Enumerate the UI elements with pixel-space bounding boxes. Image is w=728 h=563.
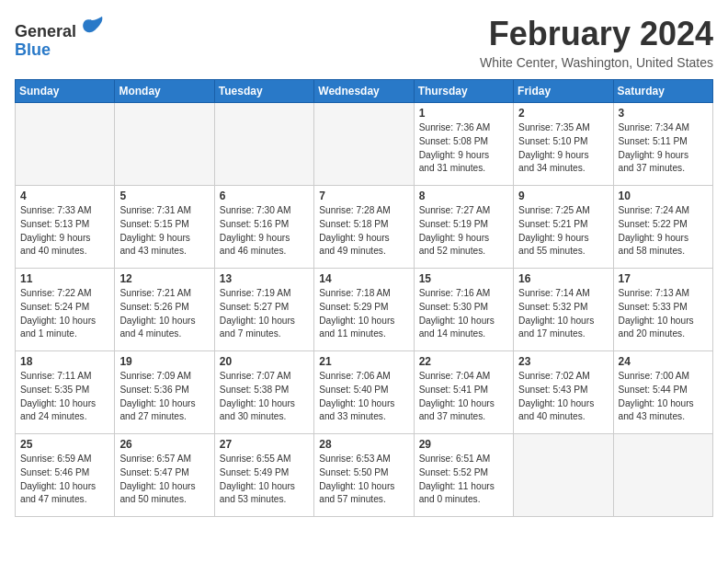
day-info: Sunrise: 7:22 AM Sunset: 5:24 PM Dayligh… bbox=[20, 287, 109, 341]
day-number: 18 bbox=[20, 355, 109, 368]
calendar-day-cell: 18Sunrise: 7:11 AM Sunset: 5:35 PM Dayli… bbox=[16, 351, 115, 434]
day-info: Sunrise: 6:55 AM Sunset: 5:49 PM Dayligh… bbox=[220, 453, 309, 507]
calendar-day-cell: 22Sunrise: 7:04 AM Sunset: 5:41 PM Dayli… bbox=[414, 351, 513, 434]
day-info: Sunrise: 7:13 AM Sunset: 5:33 PM Dayligh… bbox=[619, 287, 708, 341]
calendar-week-row: 25Sunrise: 6:59 AM Sunset: 5:46 PM Dayli… bbox=[16, 434, 713, 517]
calendar-day-cell: 4Sunrise: 7:33 AM Sunset: 5:13 PM Daylig… bbox=[16, 186, 115, 269]
weekday-header: Monday bbox=[115, 80, 214, 103]
day-info: Sunrise: 6:53 AM Sunset: 5:50 PM Dayligh… bbox=[319, 453, 408, 507]
calendar-day-cell: 6Sunrise: 7:30 AM Sunset: 5:16 PM Daylig… bbox=[214, 186, 313, 269]
day-number: 3 bbox=[619, 107, 708, 120]
calendar-day-cell: 14Sunrise: 7:18 AM Sunset: 5:29 PM Dayli… bbox=[314, 269, 414, 351]
day-number: 4 bbox=[20, 190, 109, 202]
day-number: 29 bbox=[419, 438, 508, 451]
title-block: February 2024 White Center, Washington, … bbox=[480, 15, 713, 70]
calendar-day-cell: 21Sunrise: 7:06 AM Sunset: 5:40 PM Dayli… bbox=[314, 351, 414, 434]
day-info: Sunrise: 7:33 AM Sunset: 5:13 PM Dayligh… bbox=[20, 204, 109, 259]
calendar-day-cell: 13Sunrise: 7:19 AM Sunset: 5:27 PM Dayli… bbox=[214, 269, 313, 351]
day-number: 7 bbox=[319, 190, 408, 202]
day-number: 27 bbox=[220, 438, 309, 451]
calendar-day-cell: 27Sunrise: 6:55 AM Sunset: 5:49 PM Dayli… bbox=[214, 434, 313, 517]
calendar-day-cell: 2Sunrise: 7:35 AM Sunset: 5:10 PM Daylig… bbox=[514, 103, 613, 186]
calendar-day-cell: 9Sunrise: 7:25 AM Sunset: 5:21 PM Daylig… bbox=[514, 186, 613, 269]
day-info: Sunrise: 7:16 AM Sunset: 5:30 PM Dayligh… bbox=[419, 287, 508, 341]
calendar-day-cell: 3Sunrise: 7:34 AM Sunset: 5:11 PM Daylig… bbox=[613, 103, 712, 186]
day-number: 14 bbox=[319, 272, 408, 285]
day-number: 26 bbox=[119, 438, 209, 451]
calendar-day-cell: 19Sunrise: 7:09 AM Sunset: 5:36 PM Dayli… bbox=[115, 351, 214, 434]
day-info: Sunrise: 7:31 AM Sunset: 5:15 PM Dayligh… bbox=[119, 204, 209, 259]
day-number: 19 bbox=[119, 355, 209, 368]
calendar-week-row: 18Sunrise: 7:11 AM Sunset: 5:35 PM Dayli… bbox=[16, 351, 713, 434]
day-info: Sunrise: 7:27 AM Sunset: 5:19 PM Dayligh… bbox=[419, 204, 508, 259]
calendar-day-cell: 8Sunrise: 7:27 AM Sunset: 5:19 PM Daylig… bbox=[414, 186, 513, 269]
logo-general: General bbox=[15, 22, 76, 40]
day-info: Sunrise: 7:11 AM Sunset: 5:35 PM Dayligh… bbox=[20, 370, 109, 424]
calendar-day-cell: 28Sunrise: 6:53 AM Sunset: 5:50 PM Dayli… bbox=[314, 434, 414, 517]
weekday-header: Tuesday bbox=[214, 80, 313, 103]
day-info: Sunrise: 6:57 AM Sunset: 5:47 PM Dayligh… bbox=[119, 453, 209, 507]
calendar-day-cell: 1Sunrise: 7:36 AM Sunset: 5:08 PM Daylig… bbox=[414, 103, 513, 186]
calendar-week-row: 4Sunrise: 7:33 AM Sunset: 5:13 PM Daylig… bbox=[16, 186, 713, 269]
calendar-day-cell bbox=[613, 434, 712, 517]
day-info: Sunrise: 7:34 AM Sunset: 5:11 PM Dayligh… bbox=[619, 121, 708, 176]
day-number: 1 bbox=[419, 107, 508, 120]
day-info: Sunrise: 7:19 AM Sunset: 5:27 PM Dayligh… bbox=[220, 287, 309, 341]
weekday-row: SundayMondayTuesdayWednesdayThursdayFrid… bbox=[16, 80, 713, 103]
page-header: General Blue February 2024 White Center,… bbox=[15, 15, 713, 70]
day-number: 16 bbox=[518, 272, 608, 285]
calendar-day-cell bbox=[16, 103, 115, 186]
calendar-day-cell: 20Sunrise: 7:07 AM Sunset: 5:38 PM Dayli… bbox=[214, 351, 313, 434]
day-number: 25 bbox=[20, 438, 109, 451]
day-info: Sunrise: 7:09 AM Sunset: 5:36 PM Dayligh… bbox=[119, 370, 209, 424]
day-info: Sunrise: 7:04 AM Sunset: 5:41 PM Dayligh… bbox=[419, 370, 508, 424]
calendar-day-cell: 23Sunrise: 7:02 AM Sunset: 5:43 PM Dayli… bbox=[514, 351, 613, 434]
calendar-day-cell: 25Sunrise: 6:59 AM Sunset: 5:46 PM Dayli… bbox=[16, 434, 115, 517]
day-number: 23 bbox=[518, 355, 608, 368]
calendar-week-row: 11Sunrise: 7:22 AM Sunset: 5:24 PM Dayli… bbox=[16, 269, 713, 351]
day-number: 12 bbox=[119, 272, 209, 285]
calendar-day-cell: 16Sunrise: 7:14 AM Sunset: 5:32 PM Dayli… bbox=[514, 269, 613, 351]
calendar-header: SundayMondayTuesdayWednesdayThursdayFrid… bbox=[16, 80, 713, 103]
day-number: 28 bbox=[319, 438, 408, 451]
calendar-day-cell bbox=[314, 103, 414, 186]
day-info: Sunrise: 7:30 AM Sunset: 5:16 PM Dayligh… bbox=[220, 204, 309, 259]
day-number: 9 bbox=[518, 190, 608, 202]
day-info: Sunrise: 7:25 AM Sunset: 5:21 PM Dayligh… bbox=[518, 204, 608, 259]
calendar-day-cell: 17Sunrise: 7:13 AM Sunset: 5:33 PM Dayli… bbox=[613, 269, 712, 351]
day-number: 21 bbox=[319, 355, 408, 368]
day-number: 17 bbox=[619, 272, 708, 285]
day-info: Sunrise: 7:28 AM Sunset: 5:18 PM Dayligh… bbox=[319, 204, 408, 259]
day-number: 22 bbox=[419, 355, 508, 368]
weekday-header: Friday bbox=[514, 80, 613, 103]
day-info: Sunrise: 7:06 AM Sunset: 5:40 PM Dayligh… bbox=[319, 370, 408, 424]
logo-bird-icon bbox=[78, 15, 104, 37]
day-number: 20 bbox=[220, 355, 309, 368]
day-info: Sunrise: 7:18 AM Sunset: 5:29 PM Dayligh… bbox=[319, 287, 408, 341]
day-info: Sunrise: 7:14 AM Sunset: 5:32 PM Dayligh… bbox=[518, 287, 608, 341]
day-info: Sunrise: 7:24 AM Sunset: 5:22 PM Dayligh… bbox=[619, 204, 708, 259]
weekday-header: Sunday bbox=[16, 80, 115, 103]
day-number: 11 bbox=[20, 272, 109, 285]
calendar-day-cell: 7Sunrise: 7:28 AM Sunset: 5:18 PM Daylig… bbox=[314, 186, 414, 269]
logo: General Blue bbox=[15, 15, 104, 60]
month-title: February 2024 bbox=[480, 15, 713, 53]
day-info: Sunrise: 7:07 AM Sunset: 5:38 PM Dayligh… bbox=[220, 370, 309, 424]
location: White Center, Washington, United States bbox=[480, 55, 713, 70]
calendar-day-cell bbox=[514, 434, 613, 517]
calendar-table: SundayMondayTuesdayWednesdayThursdayFrid… bbox=[15, 79, 713, 517]
calendar-day-cell bbox=[115, 103, 214, 186]
calendar-week-row: 1Sunrise: 7:36 AM Sunset: 5:08 PM Daylig… bbox=[16, 103, 713, 186]
calendar-day-cell: 24Sunrise: 7:00 AM Sunset: 5:44 PM Dayli… bbox=[613, 351, 712, 434]
weekday-header: Thursday bbox=[414, 80, 513, 103]
day-number: 10 bbox=[619, 190, 708, 202]
day-number: 13 bbox=[220, 272, 309, 285]
calendar-body: 1Sunrise: 7:36 AM Sunset: 5:08 PM Daylig… bbox=[16, 103, 713, 517]
calendar-day-cell: 10Sunrise: 7:24 AM Sunset: 5:22 PM Dayli… bbox=[613, 186, 712, 269]
weekday-header: Saturday bbox=[613, 80, 712, 103]
day-info: Sunrise: 7:00 AM Sunset: 5:44 PM Dayligh… bbox=[619, 370, 708, 424]
calendar-day-cell: 11Sunrise: 7:22 AM Sunset: 5:24 PM Dayli… bbox=[16, 269, 115, 351]
day-number: 5 bbox=[119, 190, 209, 202]
day-number: 8 bbox=[419, 190, 508, 202]
calendar-day-cell: 5Sunrise: 7:31 AM Sunset: 5:15 PM Daylig… bbox=[115, 186, 214, 269]
